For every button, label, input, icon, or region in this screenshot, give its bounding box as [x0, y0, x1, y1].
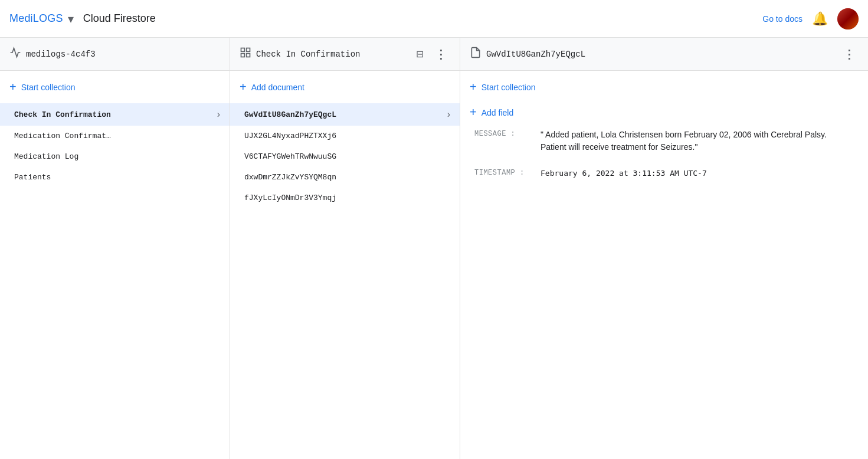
product-name-label: Cloud Firestore [83, 12, 156, 25]
start-collection-right-label: Start collection [482, 83, 536, 92]
doc-item-2[interactable]: UJX2GL4NyxadPHZTXXj6 [230, 126, 460, 146]
nav-right: Go to docs 🔔 [762, 8, 859, 29]
chevron-right-icon-doc1: › [447, 109, 450, 120]
collection-item-medication-log-label: Medication Log [14, 152, 220, 161]
doc-item-1[interactable]: GwVdItU8GanZh7yEQgcL › [230, 103, 460, 126]
filter-icon[interactable]: ⊟ [410, 45, 429, 64]
collection-item-patients-label: Patients [14, 173, 220, 182]
doc-item-2-label: UJX2GL4NyxadPHZTXXj6 [244, 132, 450, 140]
main-content: medilogs-4c4f3 + Start collection Check … [0, 38, 868, 459]
field-row-timestamp: TIMESTAMP : February 6, 2022 at 3:11:53 … [460, 160, 868, 186]
doc-item-4[interactable]: dxwDmrZZJkZvYSYQM8qn [230, 167, 460, 188]
left-column: medilogs-4c4f3 + Start collection Check … [0, 38, 230, 459]
right-column: GwVdItU8GanZh7yEQgcL ⋮ + Start collectio… [460, 38, 868, 459]
add-field-button[interactable]: + Add field [460, 103, 868, 122]
avatar[interactable] [837, 8, 859, 29]
add-field-label: Add field [482, 108, 513, 117]
plus-icon-mid: + [240, 80, 247, 94]
plus-icon-field: + [470, 106, 477, 119]
doc-item-4-label: dxwDmrZZJkZvYSYQM8qn [244, 173, 450, 182]
mid-col-title: Check In Confirmation [256, 50, 405, 59]
collection-item-medication-log[interactable]: Medication Log [0, 146, 230, 167]
collection-icon [240, 47, 251, 61]
doc-item-5[interactable]: fJXyLcIyONmDr3V3Ymqj [230, 188, 460, 208]
start-collection-right-button[interactable]: + Start collection [460, 71, 868, 103]
app-dropdown-icon[interactable]: ▾ [68, 12, 74, 26]
app-name[interactable]: MediLOGS [9, 12, 63, 25]
collection-item-check-in[interactable]: Check In Confirmation › [0, 103, 230, 126]
field-key-timestamp: TIMESTAMP : [474, 168, 533, 177]
svg-rect-3 [241, 54, 245, 57]
collection-item-check-in-label: Check In Confirmation [14, 110, 215, 119]
nav-left: MediLOGS ▾ Cloud Firestore [9, 12, 762, 26]
more-icon-right[interactable]: ⋮ [840, 45, 859, 64]
left-col-title: medilogs-4c4f3 [26, 50, 220, 59]
chevron-right-icon: › [217, 109, 220, 120]
add-document-button[interactable]: + Add document [230, 71, 460, 103]
collection-item-medication-confirm-label: Medication Confirmat… [14, 132, 220, 140]
collection-item-medication-confirm[interactable]: Medication Confirmat… [0, 126, 230, 146]
start-collection-left-button[interactable]: + Start collection [0, 71, 230, 103]
plus-icon-left: + [9, 80, 17, 94]
doc-item-3-label: V6CTAFYGWehTRwNwuuSG [244, 152, 450, 161]
doc-item-3[interactable]: V6CTAFYGWehTRwNwuuSG [230, 146, 460, 167]
start-collection-left-label: Start collection [21, 83, 76, 92]
add-document-label: Add document [251, 83, 304, 92]
avatar-image [837, 8, 859, 29]
doc-item-1-label: GwVdItU8GanZh7yEQgcL [244, 110, 445, 119]
database-icon [9, 47, 21, 61]
left-col-header: medilogs-4c4f3 [0, 38, 230, 71]
go-to-docs-link[interactable]: Go to docs [762, 14, 803, 24]
field-key-message: MESSAGE : [474, 129, 533, 138]
document-icon [470, 47, 482, 61]
field-row-message: MESSAGE : " Added patient, Lola Christen… [460, 122, 868, 160]
mid-column: Check In Confirmation ⊟ ⋮ + Add document… [230, 38, 460, 459]
document-fields: MESSAGE : " Added patient, Lola Christen… [460, 122, 868, 186]
field-value-timestamp: February 6, 2022 at 3:11:53 AM UTC-7 [541, 168, 707, 179]
right-col-title: GwVdItU8GanZh7yEQgcL [486, 50, 835, 59]
more-icon-mid[interactable]: ⋮ [431, 45, 450, 64]
collection-item-patients[interactable]: Patients [0, 167, 230, 188]
right-col-header: GwVdItU8GanZh7yEQgcL ⋮ [460, 38, 868, 71]
mid-col-actions: ⊟ ⋮ [410, 45, 450, 64]
svg-rect-0 [241, 48, 245, 52]
right-col-actions: ⋮ [840, 45, 859, 64]
svg-rect-2 [247, 54, 250, 57]
doc-item-5-label: fJXyLcIyONmDr3V3Ymqj [244, 194, 450, 202]
svg-rect-1 [247, 48, 250, 52]
plus-icon-right: + [470, 80, 477, 94]
field-value-message: " Added patient, Lola Christensen born F… [541, 129, 854, 153]
mid-col-header: Check In Confirmation ⊟ ⋮ [230, 38, 460, 71]
bell-icon[interactable]: 🔔 [812, 11, 828, 27]
top-nav: MediLOGS ▾ Cloud Firestore Go to docs 🔔 [0, 0, 868, 38]
